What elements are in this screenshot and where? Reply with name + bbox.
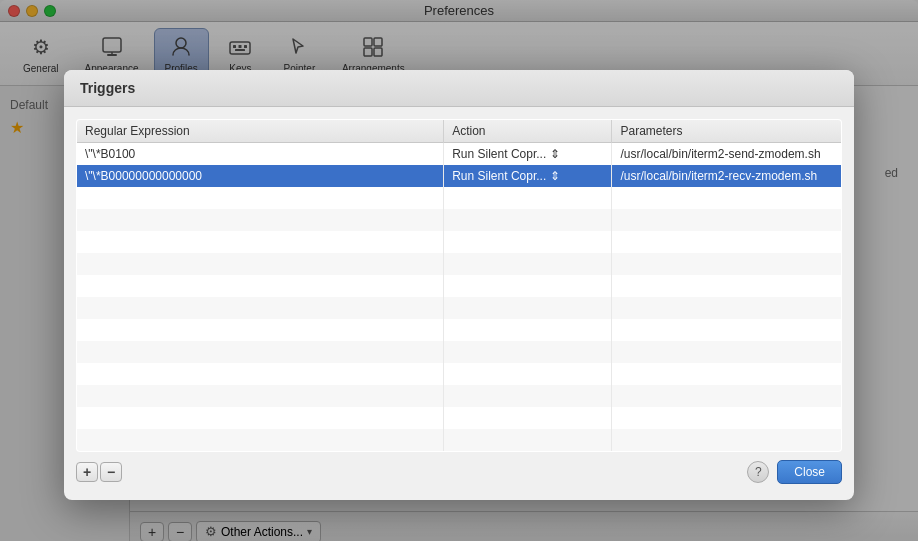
empty-row	[77, 209, 842, 231]
header-regex: Regular Expression	[77, 120, 444, 143]
table-header-row: Regular Expression Action Parameters	[77, 120, 842, 143]
table-footer-right: ? Close	[747, 460, 842, 484]
remove-trigger-button[interactable]: −	[100, 462, 122, 482]
triggers-table: Regular Expression Action Parameters \"\…	[76, 119, 842, 452]
cell-regex: \"\*B00000000000000	[77, 165, 444, 187]
cell-action: Run Silent Copr... ⇕	[444, 143, 612, 166]
empty-row	[77, 187, 842, 209]
triggers-modal: Triggers Regular Expression Action Param…	[64, 70, 854, 500]
cell-params: /usr/local/bin/iterm2-send-zmodem.sh	[612, 143, 842, 166]
cell-action: Run Silent Copr... ⇕	[444, 165, 612, 187]
header-action: Action	[444, 120, 612, 143]
table-footer-left: + −	[76, 462, 122, 482]
empty-row	[77, 319, 842, 341]
empty-row	[77, 407, 842, 429]
empty-row	[77, 429, 842, 452]
empty-row	[77, 341, 842, 363]
table-row[interactable]: \"\*B0100Run Silent Copr... ⇕/usr/local/…	[77, 143, 842, 166]
modal-body: Regular Expression Action Parameters \"\…	[64, 107, 854, 500]
cell-regex: \"\*B0100	[77, 143, 444, 166]
help-button[interactable]: ?	[747, 461, 769, 483]
empty-row	[77, 231, 842, 253]
empty-row	[77, 297, 842, 319]
modal-title: Triggers	[64, 70, 854, 107]
empty-row	[77, 363, 842, 385]
modal-overlay: Triggers Regular Expression Action Param…	[0, 0, 918, 541]
close-button[interactable]: Close	[777, 460, 842, 484]
cell-params: /usr/local/bin/iterm2-recv-zmodem.sh	[612, 165, 842, 187]
add-trigger-button[interactable]: +	[76, 462, 98, 482]
empty-row	[77, 385, 842, 407]
empty-row	[77, 275, 842, 297]
header-parameters: Parameters	[612, 120, 842, 143]
empty-row	[77, 253, 842, 275]
table-footer: + − ? Close	[76, 452, 842, 488]
table-row[interactable]: \"\*B00000000000000Run Silent Copr... ⇕/…	[77, 165, 842, 187]
